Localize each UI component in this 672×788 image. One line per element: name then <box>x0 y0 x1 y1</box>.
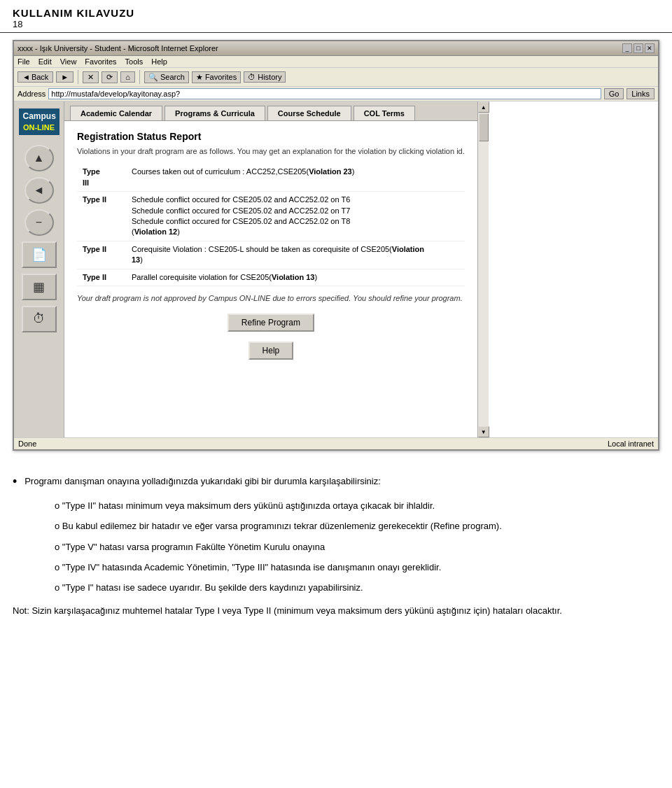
campus-logo-line1: Campus <box>23 111 55 122</box>
violation-message: Schedule conflict occured for CSE205.02 … <box>126 192 465 241</box>
campus-logo-line2: ON-LINE <box>23 122 55 132</box>
forward-button[interactable]: ► <box>56 71 74 83</box>
back-label: Back <box>31 73 48 81</box>
report-intro: Violations in your draft program are as … <box>77 146 465 157</box>
menu-edit[interactable]: Edit <box>38 57 52 66</box>
tab-academic-calendar[interactable]: Academic Calendar <box>70 106 162 120</box>
page-number: 18 <box>13 19 659 29</box>
maximize-btn[interactable]: □ <box>634 43 643 53</box>
violation-message: Corequisite Violation : CSE205-L should … <box>126 241 465 269</box>
minimize-btn[interactable]: _ <box>622 43 632 53</box>
address-label: Address <box>18 90 46 98</box>
report-footer: Your draft program is not approved by Ca… <box>77 293 465 304</box>
main-content: Academic Calendar Programs & Curricula C… <box>64 101 477 437</box>
violation-message: Parallel corequisite violation for CSE20… <box>126 269 465 286</box>
text-intro: • Programı danışman onayına yolladığınız… <box>13 472 659 492</box>
clock-sidebar-btn[interactable]: ⏱ <box>22 306 57 332</box>
violation-text-2: Schedule conflict occured for CSE205.02 … <box>132 206 350 215</box>
search-icon: 🔍 <box>148 73 158 81</box>
report-title: Registration Status Report <box>77 131 465 142</box>
forward-icon: ► <box>61 73 69 81</box>
violation-type: Type II <box>77 192 126 241</box>
text-sub-bullets: "Type V" hatası varsa programın Fakülte … <box>55 540 659 595</box>
search-button[interactable]: 🔍 Search <box>144 71 189 83</box>
violation-bold-4[interactable]: Violation 13 <box>272 273 315 281</box>
doc-sidebar-btn[interactable]: 📄 <box>22 241 57 268</box>
text-bullets: "Type II" hatası minimum veya maksimum d… <box>55 499 659 534</box>
violation-text-1: Schedule conflict occured for CSE205.02 … <box>132 195 350 204</box>
scroll-up-btn[interactable]: ▲ <box>478 101 489 113</box>
close-btn[interactable]: ✕ <box>645 43 654 53</box>
violation-text-6: Parallel corequisite violation for CSE20… <box>132 273 272 281</box>
list-item: "Type V" hatası varsa programın Fakülte … <box>55 540 659 555</box>
list-item: "Type IV" hatasında Academic Yönetimin, … <box>55 561 659 575</box>
text-note: Not: Sizin karşılaşacağınız muhtemel hat… <box>13 604 659 619</box>
window-controls[interactable]: _ □ ✕ <box>622 43 654 53</box>
violation-bold-2[interactable]: Violation 12 <box>134 227 178 236</box>
action-buttons-area: Refine Program <box>77 314 465 332</box>
violation-type: Type II <box>77 269 126 286</box>
list-item: "Type II" hatası minimum veya maksimum d… <box>55 499 659 514</box>
page-body: Registration Status Report Violations in… <box>64 121 477 437</box>
menu-help[interactable]: Help <box>151 57 167 66</box>
history-button[interactable]: ⏱ History <box>244 71 286 83</box>
scrollbar: ▲ ▼ <box>477 101 489 437</box>
menu-file[interactable]: File <box>18 57 30 66</box>
violation-text-5: Corequisite Violation : CSE205-L should … <box>132 245 392 253</box>
nav-tabs: Academic Calendar Programs & Curricula C… <box>64 101 477 121</box>
favorites-icon: ★ <box>196 73 203 81</box>
refine-program-button[interactable]: Refine Program <box>227 314 314 332</box>
status-text: Done <box>18 439 36 448</box>
table-row: TypeIII Courses taken out of curriculum … <box>77 164 465 191</box>
stop-button[interactable]: ✕ <box>83 71 99 83</box>
address-input[interactable] <box>48 88 601 99</box>
toolbar-separator <box>78 70 78 84</box>
violation-bold[interactable]: Violation 23 <box>309 167 352 176</box>
left-sidebar: Campus ON-LINE ▲ ◄ − 📄 ▦ ⏱ <box>14 101 64 437</box>
browser-titlebar: xxxx - Işık University - Student - Micro… <box>14 41 658 56</box>
menu-favorites[interactable]: Favorites <box>85 57 116 66</box>
violation-text-3: Schedule conflict occured for CSE205.02 … <box>132 217 350 225</box>
browser-content-wrapper: Campus ON-LINE ▲ ◄ − 📄 ▦ ⏱ Academic Cale… <box>14 101 658 437</box>
scroll-down-btn[interactable]: ▼ <box>478 426 489 437</box>
browser-window: xxxx - Işık University - Student - Micro… <box>13 40 659 451</box>
violation-type: Type II <box>77 241 126 269</box>
favorites-label: Favorites <box>205 73 237 81</box>
tab-course-schedule[interactable]: Course Schedule <box>267 106 351 120</box>
browser-content: Campus ON-LINE ▲ ◄ − 📄 ▦ ⏱ Academic Cale… <box>14 101 477 437</box>
back-sidebar-btn[interactable]: ◄ <box>24 177 54 204</box>
browser-toolbar: ◄ Back ► ✕ ⟳ ⌂ 🔍 Search ★ Favorites ⏱ Hi… <box>14 68 658 87</box>
table-row: Type II Schedule conflict occured for CS… <box>77 192 465 241</box>
zone-text: Local intranet <box>608 439 654 448</box>
campus-logo: Campus ON-LINE <box>19 108 59 135</box>
tab-programs-curricula[interactable]: Programs & Curricula <box>164 106 265 120</box>
help-button[interactable]: Help <box>248 342 294 360</box>
tab-col-terms[interactable]: COL Terms <box>354 106 415 120</box>
violation-type: TypeIII <box>77 164 126 191</box>
grid-sidebar-btn[interactable]: ▦ <box>22 274 57 300</box>
violations-table: TypeIII Courses taken out of curriculum … <box>77 164 465 286</box>
bullet-text-2: Bu kabul edilemez bir hatadır ve eğer va… <box>62 521 502 531</box>
browser-title: xxxx - Işık University - Student - Micro… <box>18 44 218 52</box>
violation-suffix-4: ) <box>314 273 317 281</box>
refresh-button[interactable]: ⟳ <box>102 71 118 83</box>
violation-suffix: ) <box>352 167 355 176</box>
bullet-text-1: "Type II" hatası minimum veya maksimum d… <box>62 500 435 511</box>
browser-menubar: File Edit View Favorites Tools Help <box>14 56 658 68</box>
list-item: Bu kabul edilemez bir hatadır ve eğer va… <box>55 519 659 534</box>
links-button[interactable]: Links <box>626 88 654 99</box>
menu-tools[interactable]: Tools <box>125 57 144 66</box>
minus-sidebar-btn[interactable]: − <box>24 209 54 236</box>
history-icon: ⏱ <box>248 73 255 81</box>
up-sidebar-btn[interactable]: ▲ <box>24 145 54 171</box>
menu-view[interactable]: View <box>60 57 77 66</box>
violation-text: Courses taken out of curriculum : ACC252… <box>132 167 309 176</box>
scroll-thumb[interactable] <box>479 113 489 141</box>
back-button[interactable]: ◄ Back <box>18 71 53 83</box>
go-button[interactable]: Go <box>604 88 624 99</box>
home-button[interactable]: ⌂ <box>120 71 135 83</box>
list-item: "Type I" hatası ise sadece uyarıdır. Bu … <box>55 581 659 596</box>
history-label: History <box>258 73 281 81</box>
sub-bullet-text-1: "Type V" hatası varsa programın Fakülte … <box>62 542 325 552</box>
favorites-button[interactable]: ★ Favorites <box>192 71 241 83</box>
